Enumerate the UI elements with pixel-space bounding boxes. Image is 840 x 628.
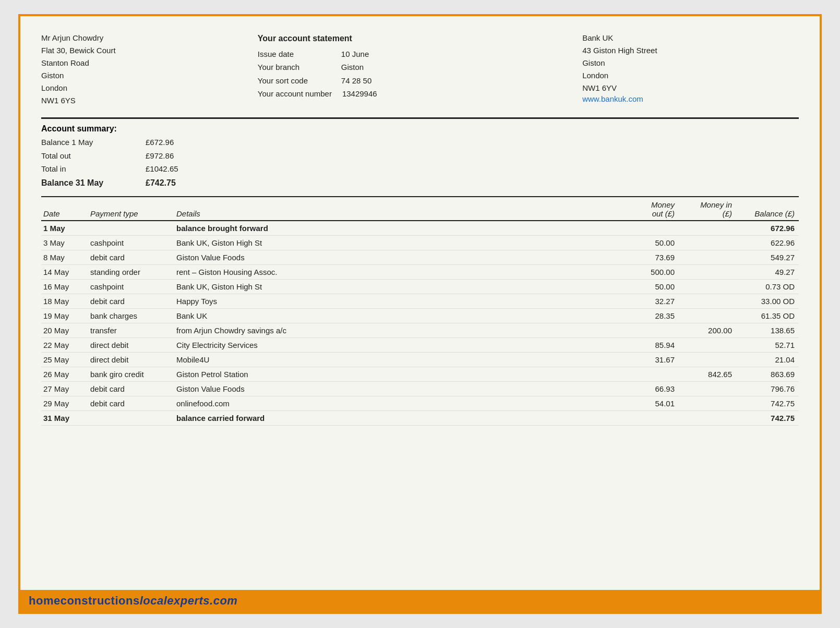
bank-line5: NW1 6YV [582, 82, 799, 94]
col-header-date: Date [41, 197, 88, 221]
cell-moneyin [679, 337, 736, 352]
cell-details: Bank UK [174, 308, 621, 323]
header-divider [41, 117, 799, 119]
cell-balance: 622.96 [736, 235, 799, 250]
cell-moneyin [679, 352, 736, 367]
cell-date: 19 May [41, 308, 88, 323]
cell-moneyout: 28.35 [621, 308, 679, 323]
cell-payment: debit card [88, 294, 174, 308]
cell-moneyout: 54.01 [621, 396, 679, 410]
transactions-table: Date Payment type Details Moneyout (£) M… [41, 196, 799, 426]
cell-payment: debit card [88, 250, 174, 264]
cell-payment: direct debit [88, 337, 174, 352]
field-account-number: Your account number 13429946 [258, 87, 582, 101]
statement-details: Your account statement Issue date 10 Jun… [258, 32, 582, 107]
table-row: 18 May debit card Happy Toys 32.27 33.00… [41, 294, 799, 308]
cell-balance: 61.35 OD [736, 308, 799, 323]
cell-moneyin [679, 308, 736, 323]
cell-details: balance carried forward [174, 410, 621, 425]
bank-website[interactable]: www.bankuk.com [582, 94, 643, 103]
cell-moneyout: 73.69 [621, 250, 679, 264]
cell-details: Bank UK, Giston High St [174, 235, 621, 250]
cell-date: 29 May [41, 396, 88, 410]
cell-payment [88, 221, 174, 236]
cell-moneyin: 200.00 [679, 323, 736, 337]
summary-balance-31-may: Balance 31 May £742.75 [41, 176, 799, 190]
cell-moneyin [679, 396, 736, 410]
cell-payment: direct debit [88, 352, 174, 367]
cell-payment: cashpoint [88, 235, 174, 250]
cell-balance: 672.96 [736, 221, 799, 236]
table-row: 29 May debit card onlinefood.com 54.01 7… [41, 396, 799, 410]
table-header-row: Date Payment type Details Moneyout (£) M… [41, 197, 799, 221]
account-summary: Account summary: Balance 1 May £672.96 T… [41, 124, 799, 190]
cell-payment: cashpoint [88, 279, 174, 294]
table-row: 8 May debit card Giston Value Foods 73.6… [41, 250, 799, 264]
table-row: 22 May direct debit City Electricity Ser… [41, 337, 799, 352]
cell-moneyout: 50.00 [621, 279, 679, 294]
col-header-moneyin: Money in(£) [679, 197, 736, 221]
summary-balance-1-may: Balance 1 May £672.96 [41, 136, 799, 149]
cell-payment: transfer [88, 323, 174, 337]
cell-details: Giston Value Foods [174, 250, 621, 264]
cell-balance: 863.69 [736, 367, 799, 381]
cell-payment: bank charges [88, 308, 174, 323]
bank-line2: 43 Giston High Street [582, 44, 799, 57]
cell-balance: 138.65 [736, 323, 799, 337]
header-section: Mr Arjun Chowdry Flat 30, Bewick Court S… [41, 32, 799, 107]
cell-details: City Electricity Services [174, 337, 621, 352]
cell-date: 27 May [41, 381, 88, 396]
cell-moneyin [679, 410, 736, 425]
cell-moneyin [679, 235, 736, 250]
cell-details: onlinefood.com [174, 396, 621, 410]
bank-line3: Giston [582, 57, 799, 69]
cell-moneyout: 32.27 [621, 294, 679, 308]
cell-moneyout [621, 221, 679, 236]
cell-details: rent – Giston Housing Assoc. [174, 264, 621, 279]
table-row: 19 May bank charges Bank UK 28.35 61.35 … [41, 308, 799, 323]
col-header-moneyout: Moneyout (£) [621, 197, 679, 221]
table-row: 3 May cashpoint Bank UK, Giston High St … [41, 235, 799, 250]
cell-details: Mobile4U [174, 352, 621, 367]
bank-address: Bank UK 43 Giston High Street Giston Lon… [582, 32, 799, 107]
cell-payment: bank giro credit [88, 367, 174, 381]
summary-title: Account summary: [41, 124, 799, 134]
cell-moneyin [679, 294, 736, 308]
cell-details: Happy Toys [174, 294, 621, 308]
bank-name: Bank UK [582, 32, 799, 44]
cell-date: 16 May [41, 279, 88, 294]
cell-balance: 0.73 OD [736, 279, 799, 294]
field-sort-code: Your sort code 74 28 50 [258, 74, 582, 88]
cell-payment: standing order [88, 264, 174, 279]
cell-payment: debit card [88, 396, 174, 410]
cell-moneyout: 31.67 [621, 352, 679, 367]
cell-date: 8 May [41, 250, 88, 264]
cell-details: Bank UK, Giston High St [174, 279, 621, 294]
cell-details: Giston Value Foods [174, 381, 621, 396]
table-row: 27 May debit card Giston Value Foods 66.… [41, 381, 799, 396]
cell-moneyout [621, 367, 679, 381]
customer-line6: NW1 6YS [41, 94, 258, 107]
cell-details: balance brought forward [174, 221, 621, 236]
cell-moneyin [679, 264, 736, 279]
cell-balance: 549.27 [736, 250, 799, 264]
cell-payment [88, 410, 174, 425]
cell-moneyout: 500.00 [621, 264, 679, 279]
cell-details: Giston Petrol Station [174, 367, 621, 381]
statement-title: Your account statement [258, 32, 582, 45]
cell-balance: 742.75 [736, 396, 799, 410]
table-row: 14 May standing order rent – Giston Hous… [41, 264, 799, 279]
cell-balance: 52.71 [736, 337, 799, 352]
bank-line4: London [582, 69, 799, 82]
cell-details: from Arjun Chowdry savings a/c [174, 323, 621, 337]
cell-payment: debit card [88, 381, 174, 396]
table-row: 1 May balance brought forward 672.96 [41, 221, 799, 236]
cell-moneyout [621, 410, 679, 425]
cell-moneyout: 50.00 [621, 235, 679, 250]
cell-balance: 21.04 [736, 352, 799, 367]
cell-balance: 49.27 [736, 264, 799, 279]
document-frame: Mr Arjun Chowdry Flat 30, Bewick Court S… [18, 14, 822, 614]
customer-line5: London [41, 82, 258, 94]
table-row: 20 May transfer from Arjun Chowdry savin… [41, 323, 799, 337]
cell-balance: 33.00 OD [736, 294, 799, 308]
